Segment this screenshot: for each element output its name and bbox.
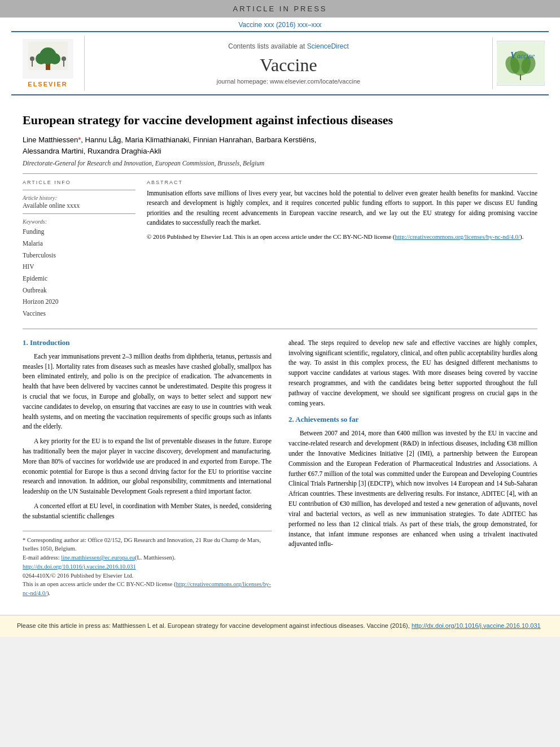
- keyword-outbreak: Outbreak: [23, 285, 135, 296]
- footnote-oa: This is an open access article under the…: [23, 580, 272, 598]
- body-divider: [23, 329, 537, 329]
- abstract-column: ABSTRACT Immunisation efforts save milli…: [147, 180, 537, 320]
- abstract-body: Immunisation efforts save millions of li…: [147, 190, 537, 226]
- authors-text: Line Matthiessen*, Hannu Låg, Maria Klim…: [23, 136, 316, 144]
- sciencedirect-link[interactable]: ScienceDirect: [307, 42, 349, 50]
- bottom-bar-text: Please cite this article in press as: Ma…: [17, 621, 543, 631]
- section1-body: Each year immunisations prevent 2–3 mill…: [23, 352, 272, 522]
- divider-1: [23, 173, 537, 174]
- footnote-issn: 0264-410X/© 2016 Published by Elsevier L…: [23, 571, 272, 580]
- vaccine-logo-img: V accine: [497, 41, 545, 86]
- license-link[interactable]: http://creativecommons.org/licenses/by-n…: [395, 233, 520, 240]
- keyword-vaccines: Vaccines: [23, 308, 135, 320]
- keywords-label: Keywords:: [23, 219, 135, 225]
- section1-para2: A key priority for the EU is to expand t…: [23, 436, 272, 497]
- section1-right-text: ahead. The steps required to develop new…: [288, 338, 537, 409]
- vaccine-logo-right: V accine: [492, 37, 549, 89]
- journal-volume: Vaccine xxx (2016) xxx–xxx: [238, 21, 321, 29]
- keyword-hiv: HIV: [23, 261, 135, 273]
- footnote-doi: http://dx.doi.org/10.1016/j.vaccine.2016…: [23, 562, 272, 571]
- citation-text: Please cite this article in press as: Ma…: [17, 622, 410, 629]
- license-close: ).: [520, 233, 523, 240]
- email-attr: (L. Matthiessen).: [135, 554, 176, 561]
- journal-homepage: journal homepage: www.elsevier.com/locat…: [217, 78, 360, 85]
- bottom-citation-bar: Please cite this article in press as: Ma…: [0, 615, 560, 637]
- journal-header: ELSEVIER Contents lists available at Sci…: [11, 31, 549, 95]
- asterisk-icon: *: [78, 136, 81, 144]
- article-in-press-banner: ARTICLE IN PRESS: [0, 0, 560, 18]
- article-info-abstract-section: ARTICLE INFO Article history: Available …: [23, 180, 537, 320]
- authors-line2: Alessandra Martini, Ruxandra Draghia-Akl…: [23, 147, 161, 155]
- footnote-email: E-mail address: line.matthiessen@ec.euro…: [23, 553, 272, 562]
- vaccine-journal-icon: V accine: [497, 43, 545, 83]
- section1-title: 1. Introduction: [23, 338, 272, 347]
- email-label: E-mail address:: [23, 554, 61, 561]
- keyword-funding: Funding: [23, 226, 135, 238]
- svg-point-4: [49, 53, 60, 64]
- license-line: © 2016 Published by Elsevier Ltd. This i…: [147, 232, 537, 242]
- keyword-tuberculosis: Tuberculosis: [23, 250, 135, 261]
- banner-text: ARTICLE IN PRESS: [233, 5, 327, 13]
- keyword-epidemic: Epidemic: [23, 273, 135, 285]
- email-link[interactable]: line.matthiessen@ec.europa.eu: [61, 554, 135, 561]
- section1-para3: A concerted effort at EU level, in coord…: [23, 501, 272, 522]
- article-history-value: Available online xxxx: [23, 202, 135, 209]
- license-text: © 2016 Published by Elsevier Ltd. This i…: [147, 233, 395, 240]
- body-right-column: ahead. The steps required to develop new…: [288, 338, 537, 598]
- keyword-horizon2020: Horizon 2020: [23, 296, 135, 308]
- section1-para1: Each year immunisations prevent 2–3 mill…: [23, 352, 272, 433]
- keyword-malaria: Malaria: [23, 238, 135, 250]
- svg-point-7: [62, 56, 66, 61]
- section2-title: 2. Achievements so far: [288, 415, 537, 424]
- footnotes: * Corresponding author at: Office 02/152…: [23, 531, 272, 598]
- journal-title: Vaccine: [260, 55, 317, 76]
- section2-para1: Between 2007 and 2014, more than €400 mi…: [288, 429, 537, 549]
- section1-right-para1: ahead. The steps required to develop new…: [288, 338, 537, 409]
- svg-point-5: [30, 56, 34, 61]
- page: ARTICLE IN PRESS Vaccine xxx (2016) xxx–…: [0, 0, 560, 637]
- contents-label: Contents lists available at: [228, 42, 305, 50]
- article-info-header: ARTICLE INFO: [23, 180, 135, 185]
- body-content: 1. Introduction Each year immunisations …: [23, 338, 537, 598]
- svg-text:V: V: [510, 50, 517, 60]
- svg-point-3: [36, 53, 47, 64]
- abstract-text: Immunisation efforts save millions of li…: [147, 189, 537, 242]
- section2-body: Between 2007 and 2014, more than €400 mi…: [288, 429, 537, 549]
- affiliation: Directorate-General for Research and Inn…: [23, 160, 537, 167]
- abstract-header: ABSTRACT: [147, 180, 537, 185]
- article-info-column: ARTICLE INFO Article history: Available …: [23, 180, 135, 320]
- elsevier-logo-image: [23, 39, 73, 78]
- divider-article-info: [23, 190, 135, 190]
- main-content: European strategy for vaccine developmen…: [0, 95, 560, 609]
- journal-url-line: Vaccine xxx (2016) xxx–xxx: [0, 18, 560, 31]
- body-left-column: 1. Introduction Each year immunisations …: [23, 338, 272, 598]
- divider-keywords: [23, 213, 135, 214]
- svg-text:accine: accine: [517, 52, 535, 60]
- article-title: European strategy for vaccine developmen…: [23, 112, 537, 129]
- keywords-list: Funding Malaria Tuberculosis HIV Epidemi…: [23, 226, 135, 320]
- authors-line: Line Matthiessen*, Hannu Låg, Maria Klim…: [23, 134, 537, 158]
- elsevier-logo: ELSEVIER: [11, 36, 85, 91]
- article-history-label: Article history:: [23, 195, 135, 201]
- citation-doi-link[interactable]: http://dx.doi.org/10.1016/j.vaccine.2016…: [412, 622, 541, 629]
- elsevier-brand-text: ELSEVIER: [28, 81, 67, 88]
- footnote-corresponding: * Corresponding author at: Office 02/152…: [23, 536, 272, 554]
- journal-center-info: Contents lists available at ScienceDirec…: [85, 39, 492, 88]
- sciencedirect-line: Contents lists available at ScienceDirec…: [228, 42, 348, 50]
- doi-link[interactable]: http://dx.doi.org/10.1016/j.vaccine.2016…: [23, 563, 136, 570]
- elsevier-tree-icon: [25, 42, 71, 76]
